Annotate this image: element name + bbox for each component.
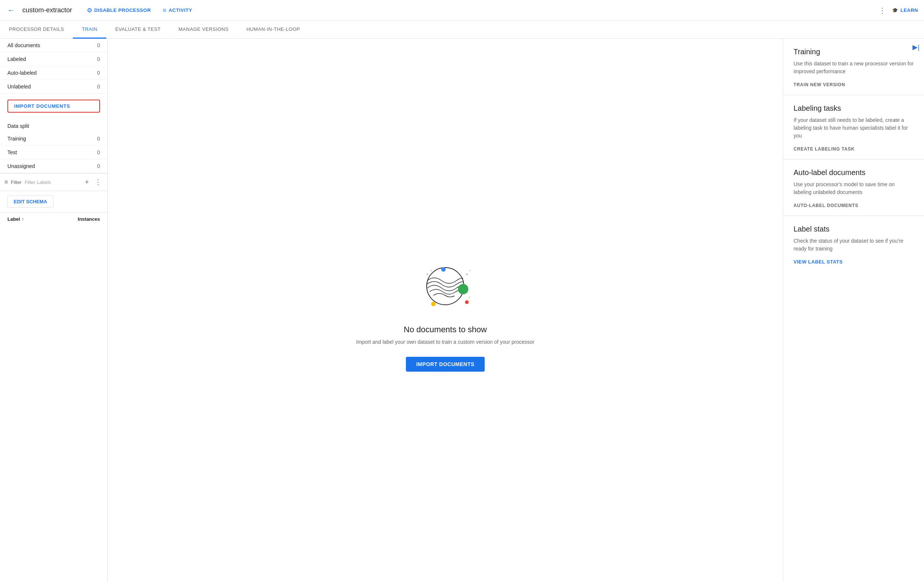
tab-manage-versions[interactable]: MANAGE VERSIONS [170,21,238,39]
labeling-tasks-section: Labeling tasks If your dataset still nee… [783,95,924,160]
filter-bar: ≡ Filter Filter Labels + ⋮ [0,173,107,191]
main-layout: All documents 0 Labeled 0 Auto-labeled 0… [0,39,924,582]
right-panel-collapse-button[interactable]: ▶| [911,41,921,53]
svg-point-6 [431,270,432,271]
auto-label-documents-button[interactable]: AUTO-LABEL DOCUMENTS [794,203,858,208]
unlabeled-count: 0 [97,84,100,89]
import-documents-sidebar-button[interactable]: IMPORT DOCUMENTS [7,100,100,113]
svg-point-3 [431,302,436,306]
training-count: 0 [97,136,100,142]
learn-label: LEARN [901,7,918,13]
svg-point-5 [427,274,429,275]
label-instances-header: Label ↑ Instances [0,212,107,226]
svg-point-2 [441,267,446,272]
all-documents-row: All documents 0 [0,39,107,53]
document-counts-section: All documents 0 Labeled 0 Auto-labeled 0… [0,39,107,94]
empty-illustration [412,249,479,316]
labeled-label: Labeled [7,56,26,62]
unassigned-row: Unassigned 0 [0,160,107,173]
training-label: Training [7,136,26,142]
filter-labels-text: Filter Labels [25,180,80,185]
edit-schema-section: EDIT SCHEMA [0,191,107,212]
disable-processor-icon: ⊙ [87,7,92,14]
label-stats-section: Label stats Check the status of your dat… [783,216,924,272]
tab-evaluate-test[interactable]: EVALUATE & TEST [106,21,170,39]
auto-label-section: Auto-label documents Use your processor'… [783,160,924,216]
filter-add-button[interactable]: + [83,177,90,188]
auto-labeled-label: Auto-labeled [7,70,37,76]
view-label-stats-button[interactable]: VIEW LABEL STATS [794,259,843,265]
svg-point-4 [465,300,469,304]
unassigned-count: 0 [97,163,100,169]
svg-point-1 [458,284,468,294]
label-stats-description: Check the status of your dataset to see … [794,237,914,253]
unlabeled-label: Unlabeled [7,84,31,89]
back-button[interactable]: ← [6,5,16,16]
test-label: Test [7,149,17,155]
empty-description: Import and label your own dataset to tra… [356,339,534,345]
training-row: Training 0 [0,132,107,146]
unassigned-label: Unassigned [7,163,35,169]
labeled-count: 0 [97,56,100,62]
learn-button[interactable]: 🎓 LEARN [892,7,918,13]
tab-human-in-the-loop[interactable]: HUMAN-IN-THE-LOOP [238,21,309,39]
more-button[interactable]: ⋮ [876,5,889,16]
tabs-bar: PROCESSOR DETAILS TRAIN EVALUATE & TEST … [0,21,924,39]
instances-header: Instances [78,216,100,222]
training-section: Training Use this dataset to train a new… [783,39,924,95]
svg-point-9 [469,297,470,298]
tab-processor-details[interactable]: PROCESSOR DETAILS [0,21,73,39]
auto-label-title: Auto-label documents [794,168,914,177]
import-documents-main-button[interactable]: IMPORT DOCUMENTS [406,357,485,372]
app-title: custom-extractor [22,6,72,14]
labeling-tasks-title: Labeling tasks [794,104,914,113]
disable-processor-label: DISABLE PROCESSOR [94,7,151,13]
auto-label-description: Use your processor's model to save time … [794,181,914,196]
svg-point-7 [466,274,468,275]
label-header: Label ↑ [7,216,24,222]
top-nav: ← custom-extractor ⊙ DISABLE PROCESSOR ≡… [0,0,924,21]
auto-labeled-row: Auto-labeled 0 [0,66,107,80]
label-stats-title: Label stats [794,225,914,233]
data-split-header: Data split [0,119,107,132]
labeled-row: Labeled 0 [0,53,107,66]
filter-icon: ≡ [5,179,8,185]
svg-point-8 [469,270,470,271]
sort-icon: ↑ [21,217,24,222]
train-new-version-button[interactable]: TRAIN NEW VERSION [794,82,845,87]
all-documents-label: All documents [7,42,40,48]
training-title: Training [794,48,914,56]
disable-processor-button[interactable]: ⊙ DISABLE PROCESSOR [84,5,154,16]
activity-button[interactable]: ≡ ACTIVITY [160,5,195,16]
unlabeled-row: Unlabeled 0 [0,80,107,94]
activity-icon: ≡ [163,7,167,14]
test-row: Test 0 [0,146,107,160]
create-labeling-task-button[interactable]: CREATE LABELING TASK [794,147,855,152]
filter-more-button[interactable]: ⋮ [93,176,103,188]
activity-label: ACTIVITY [169,7,192,13]
edit-schema-button[interactable]: EDIT SCHEMA [7,196,53,208]
labeling-tasks-description: If your dataset still needs to be labele… [794,116,914,140]
right-panel: ▶| Training Use this dataset to train a … [783,39,924,582]
center-content: No documents to show Import and label yo… [108,39,783,582]
auto-labeled-count: 0 [97,70,100,76]
tab-train[interactable]: TRAIN [73,21,106,39]
all-documents-count: 0 [97,42,100,48]
back-icon: ← [7,6,15,15]
training-description: Use this dataset to train a new processo… [794,60,914,76]
nav-right: ⋮ 🎓 LEARN [876,5,918,16]
left-sidebar: All documents 0 Labeled 0 Auto-labeled 0… [0,39,108,582]
empty-title: No documents to show [404,325,487,335]
data-split-section: Training 0 Test 0 Unassigned 0 [0,132,107,173]
filter-label: Filter [11,180,21,185]
test-count: 0 [97,149,100,155]
collapse-icon: ▶| [912,43,919,51]
learn-icon: 🎓 [892,7,898,13]
